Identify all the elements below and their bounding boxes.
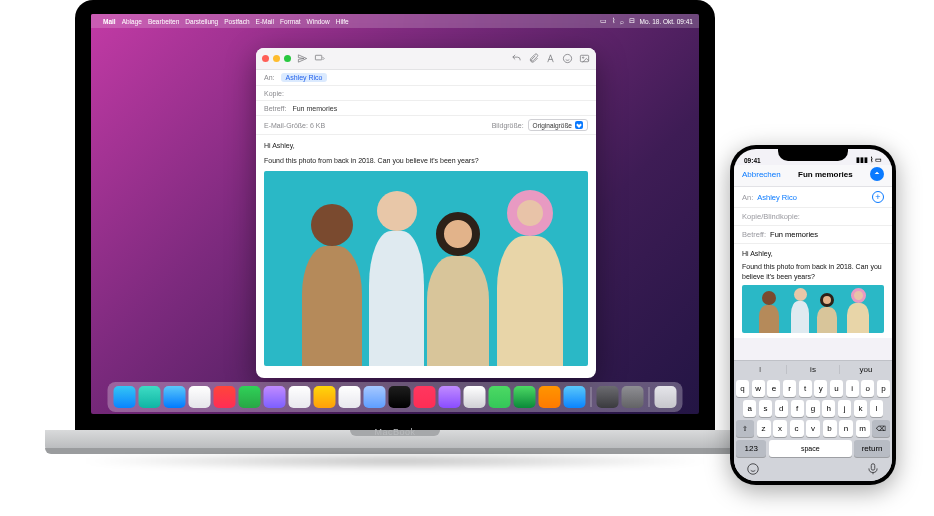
- key-c[interactable]: c: [790, 420, 804, 437]
- search-icon[interactable]: ⌕: [620, 18, 624, 25]
- dock-app-9[interactable]: [339, 386, 361, 408]
- menu-format[interactable]: Format: [280, 18, 301, 25]
- cancel-button[interactable]: Abbrechen: [742, 170, 781, 179]
- key-n[interactable]: n: [839, 420, 853, 437]
- iphone-compose-body[interactable]: Hi Ashley, Found this photo from back in…: [734, 244, 892, 338]
- menu-window[interactable]: Window: [307, 18, 330, 25]
- predict-1[interactable]: I: [734, 365, 787, 374]
- dictation-icon[interactable]: [866, 462, 880, 477]
- backspace-key[interactable]: ⌫: [872, 420, 890, 437]
- minimize-button[interactable]: [273, 55, 280, 62]
- dock-app-17[interactable]: [539, 386, 561, 408]
- wifi-icon[interactable]: ⌇: [612, 17, 615, 25]
- iphone-ccbcc-field[interactable]: Kopie/Blindkopie:: [734, 208, 892, 226]
- subject-field[interactable]: Betreff: Fun memories: [256, 101, 596, 116]
- iphone-to-field[interactable]: An: Ashley Rico +: [734, 187, 892, 208]
- key-u[interactable]: u: [830, 380, 843, 397]
- dock-app-11[interactable]: [389, 386, 411, 408]
- dock-app-20[interactable]: [622, 386, 644, 408]
- header-dropdown-icon[interactable]: [313, 53, 325, 65]
- attached-photo[interactable]: [264, 171, 588, 366]
- dock-app-6[interactable]: [264, 386, 286, 408]
- predictive-bar: I is you: [734, 360, 892, 377]
- dock-app-5[interactable]: [239, 386, 261, 408]
- dock-app-16[interactable]: [514, 386, 536, 408]
- iphone-subject-field[interactable]: Betreff: Fun memories: [734, 226, 892, 244]
- key-x[interactable]: x: [773, 420, 787, 437]
- close-button[interactable]: [262, 55, 269, 62]
- key-j[interactable]: j: [838, 400, 851, 417]
- dock-app-3[interactable]: [189, 386, 211, 408]
- emoji-icon[interactable]: [561, 53, 573, 65]
- iphone-attached-photo[interactable]: [742, 285, 884, 333]
- key-w[interactable]: w: [752, 380, 765, 397]
- reply-icon[interactable]: [510, 53, 522, 65]
- dock-app-7[interactable]: [289, 386, 311, 408]
- key-f[interactable]: f: [791, 400, 804, 417]
- format-icon[interactable]: [544, 53, 556, 65]
- dock-app-2[interactable]: [164, 386, 186, 408]
- key-e[interactable]: e: [767, 380, 780, 397]
- dock-app-18[interactable]: [564, 386, 586, 408]
- menu-hilfe[interactable]: Hilfe: [336, 18, 349, 25]
- dock-app-0[interactable]: [114, 386, 136, 408]
- menu-email[interactable]: E-Mail: [256, 18, 274, 25]
- dock-app-15[interactable]: [489, 386, 511, 408]
- imagesize-select[interactable]: Originalgröße: [528, 119, 588, 131]
- control-center-icon[interactable]: ⊟: [629, 17, 635, 25]
- photo-browser-icon[interactable]: [578, 53, 590, 65]
- dock-app-13[interactable]: [439, 386, 461, 408]
- dock-app-8[interactable]: [314, 386, 336, 408]
- dock-app-1[interactable]: [139, 386, 161, 408]
- numbers-key[interactable]: 123: [736, 440, 766, 457]
- key-r[interactable]: r: [783, 380, 796, 397]
- emoji-keyboard-icon[interactable]: [746, 462, 760, 477]
- key-b[interactable]: b: [823, 420, 837, 437]
- key-k[interactable]: k: [854, 400, 867, 417]
- compose-body[interactable]: Hi Ashley, Found this photo from back in…: [256, 135, 596, 372]
- dock-app-12[interactable]: [414, 386, 436, 408]
- key-d[interactable]: d: [775, 400, 788, 417]
- cc-label: Kopie:: [264, 90, 284, 97]
- svg-point-3: [582, 57, 583, 58]
- key-o[interactable]: o: [861, 380, 874, 397]
- key-i[interactable]: i: [846, 380, 859, 397]
- dock-trash[interactable]: [655, 386, 677, 408]
- key-p[interactable]: p: [877, 380, 890, 397]
- key-h[interactable]: h: [822, 400, 835, 417]
- menubar-datetime[interactable]: Mo. 18. Okt. 09:41: [640, 18, 693, 25]
- key-t[interactable]: t: [799, 380, 812, 397]
- key-l[interactable]: l: [870, 400, 883, 417]
- key-q[interactable]: q: [736, 380, 749, 397]
- predict-2[interactable]: is: [787, 365, 840, 374]
- menu-darstellung[interactable]: Darstellung: [185, 18, 218, 25]
- return-key[interactable]: return: [854, 440, 890, 457]
- dock-app-4[interactable]: [214, 386, 236, 408]
- add-recipient-button[interactable]: +: [872, 191, 884, 203]
- battery-icon[interactable]: ▭: [600, 17, 607, 25]
- recipient-pill[interactable]: Ashley Rico: [281, 73, 328, 82]
- menubar-app-name[interactable]: Mail: [103, 18, 116, 25]
- key-g[interactable]: g: [806, 400, 819, 417]
- attach-icon[interactable]: [527, 53, 539, 65]
- menu-postfach[interactable]: Postfach: [224, 18, 249, 25]
- dock-app-10[interactable]: [364, 386, 386, 408]
- send-button[interactable]: [870, 167, 884, 181]
- cc-field[interactable]: Kopie:: [256, 86, 596, 101]
- key-y[interactable]: y: [814, 380, 827, 397]
- key-m[interactable]: m: [856, 420, 870, 437]
- dock-app-19[interactable]: [597, 386, 619, 408]
- send-icon[interactable]: [296, 53, 308, 65]
- key-v[interactable]: v: [806, 420, 820, 437]
- key-a[interactable]: a: [743, 400, 756, 417]
- key-s[interactable]: s: [759, 400, 772, 417]
- space-key[interactable]: space: [769, 440, 852, 457]
- to-field[interactable]: An: Ashley Rico: [256, 70, 596, 86]
- menu-ablage[interactable]: Ablage: [122, 18, 142, 25]
- dock-app-14[interactable]: [464, 386, 486, 408]
- predict-3[interactable]: you: [840, 365, 892, 374]
- shift-key[interactable]: ⇧: [736, 420, 754, 437]
- key-z[interactable]: z: [757, 420, 771, 437]
- zoom-button[interactable]: [284, 55, 291, 62]
- menu-bearbeiten[interactable]: Bearbeiten: [148, 18, 179, 25]
